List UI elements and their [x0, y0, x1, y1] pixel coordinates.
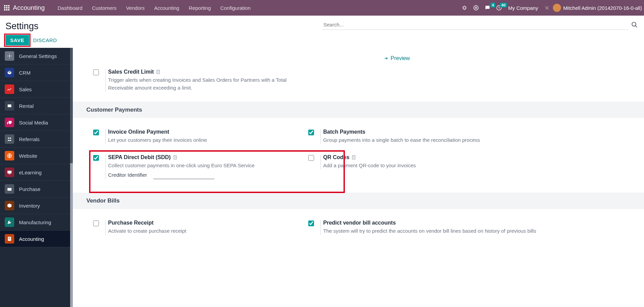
support-icon[interactable] [471, 5, 481, 11]
bug-icon[interactable] [459, 5, 470, 11]
checkbox-sdd[interactable] [93, 155, 99, 161]
sidebar-item-label: Purchase [19, 186, 40, 192]
creditor-label: Creditor Identifier [108, 172, 149, 179]
setting-title: Batch Payments [323, 129, 637, 135]
checkbox-invoice-online[interactable] [93, 130, 99, 135]
creditor-input[interactable] [153, 172, 214, 179]
nav-dashboard[interactable]: Dashboard [53, 5, 87, 11]
activities-icon[interactable]: 40 [494, 5, 504, 11]
apps-grid-icon[interactable] [2, 3, 12, 13]
search-input[interactable] [322, 20, 629, 30]
user-menu[interactable]: Mitchell Admin (20142070-16-0-all) [553, 4, 642, 12]
sidebar-item-label: Rental [19, 103, 34, 109]
scrollbar-thumb[interactable] [70, 48, 73, 163]
sidebar-item-label: General Settings [19, 53, 57, 59]
nav-accounting[interactable]: Accounting [149, 5, 184, 11]
sidebar-item-accounting[interactable]: Accounting [0, 231, 73, 247]
sidebar-item-social[interactable]: Social Media [0, 114, 73, 131]
svg-rect-19 [7, 171, 12, 173]
section-vendor-bills: Vendor Bills [73, 193, 644, 209]
top-navbar: Accounting Dashboard Customers Vendors A… [0, 0, 644, 16]
discard-button[interactable]: DISCARD [33, 37, 57, 43]
setting-desc: Collect customer payments in one-click u… [108, 162, 291, 170]
sidebar-item-inventory[interactable]: Inventory [0, 197, 73, 214]
checkbox-receipt[interactable] [93, 220, 99, 226]
svg-rect-21 [7, 188, 12, 191]
setting-desc: Trigger alerts when creating Invoices an… [108, 76, 291, 92]
checkbox-batch[interactable] [308, 130, 314, 135]
checkbox-qr[interactable] [308, 155, 314, 161]
sidebar-item-elearning[interactable]: eLearning [0, 164, 73, 181]
nav-reporting[interactable]: Reporting [184, 5, 215, 11]
app-name[interactable]: Accounting [13, 4, 45, 12]
svg-rect-20 [8, 174, 10, 174]
sidebar-item-label: Manufacturing [19, 219, 51, 225]
setting-title: Sales Credit Limit [108, 69, 154, 75]
svg-point-16 [8, 137, 9, 139]
checkbox-sales-credit[interactable] [93, 70, 99, 75]
sidebar-item-website[interactable]: Website [0, 148, 73, 164]
arrow-right-icon [384, 56, 389, 61]
sidebar-item-purchase[interactable]: Purchase [0, 181, 73, 197]
company-selector[interactable]: My Company [508, 5, 538, 11]
svg-point-17 [10, 137, 11, 139]
building-icon [173, 155, 178, 160]
svg-rect-1 [6, 5, 7, 6]
save-button[interactable]: SAVE [5, 35, 29, 45]
setting-desc: Activate to create purchase receipt [108, 227, 291, 235]
svg-point-9 [463, 6, 466, 9]
activities-badge: 40 [500, 3, 507, 7]
setting-title: Invoice Online Payment [108, 129, 291, 135]
sidebar-item-label: Social Media [19, 120, 48, 126]
setting-title: QR Codes [323, 154, 349, 160]
sidebar-item-sales[interactable]: Sales [0, 81, 73, 98]
sidebar-item-label: Inventory [19, 203, 40, 209]
svg-rect-0 [4, 5, 5, 6]
setting-desc: Add a payment QR-code to your invoices [323, 162, 637, 170]
building-icon [351, 155, 356, 160]
setting-receipt: Purchase Receipt Activate to create purc… [73, 220, 298, 245]
sidebar-item-label: Referrals [19, 136, 40, 142]
setting-title: Predict vendor bill accounts [323, 220, 637, 226]
nav-customers[interactable]: Customers [87, 5, 121, 11]
sidebar-item-label: Accounting [19, 236, 44, 242]
nav-configuration[interactable]: Configuration [215, 5, 255, 11]
setting-batch-payments: Batch Payments Group payments into a sin… [298, 129, 644, 154]
svg-rect-2 [8, 5, 9, 6]
sidebar-item-general[interactable]: General Settings [0, 48, 73, 64]
svg-rect-6 [4, 9, 5, 11]
checkbox-predict[interactable] [308, 220, 314, 226]
setting-title: Purchase Receipt [108, 220, 291, 226]
setting-desc: Group payments into a single batch to ea… [323, 136, 637, 144]
setting-sales-credit: Sales Credit Limit Trigger alerts when c… [73, 69, 298, 102]
nav-vendors[interactable]: Vendors [121, 5, 149, 11]
setting-predict: Predict vendor bill accounts The system … [298, 220, 644, 245]
svg-point-14 [9, 55, 10, 57]
setting-qr: QR Codes Add a payment QR-code to your i… [298, 154, 644, 180]
preview-link[interactable]: Preview [380, 48, 413, 69]
sidebar-item-label: Sales [19, 87, 32, 92]
control-panel: Settings SAVE DISCARD [0, 16, 644, 48]
user-name: Mitchell Admin (20142070-16-0-all) [563, 5, 642, 11]
svg-rect-26 [352, 155, 355, 159]
settings-sidebar: General Settings CRM Sales Rental Social… [0, 48, 73, 307]
setting-title: SEPA Direct Debit (SDD) [108, 154, 171, 160]
search-icon[interactable] [631, 21, 639, 28]
section-customer-payments: Customer Payments [73, 102, 644, 118]
messages-icon[interactable]: 4 [482, 5, 493, 11]
setting-desc: Let your customers pay their invoices on… [108, 136, 291, 144]
sidebar-item-label: Website [19, 153, 37, 159]
svg-point-10 [474, 5, 478, 10]
tools-icon[interactable] [542, 5, 552, 11]
sidebar-item-crm[interactable]: CRM [0, 64, 73, 81]
svg-rect-24 [157, 70, 160, 74]
sidebar-item-manufacturing[interactable]: Manufacturing [0, 214, 73, 231]
svg-rect-25 [174, 155, 176, 159]
setting-sdd: SEPA Direct Debit (SDD) Collect customer… [73, 154, 298, 190]
svg-point-11 [475, 7, 477, 9]
sidebar-item-rental[interactable]: Rental [0, 98, 73, 114]
svg-rect-15 [8, 104, 12, 107]
sidebar-item-referrals[interactable]: Referrals [0, 131, 73, 148]
building-icon [156, 70, 161, 74]
svg-rect-7 [6, 9, 7, 11]
